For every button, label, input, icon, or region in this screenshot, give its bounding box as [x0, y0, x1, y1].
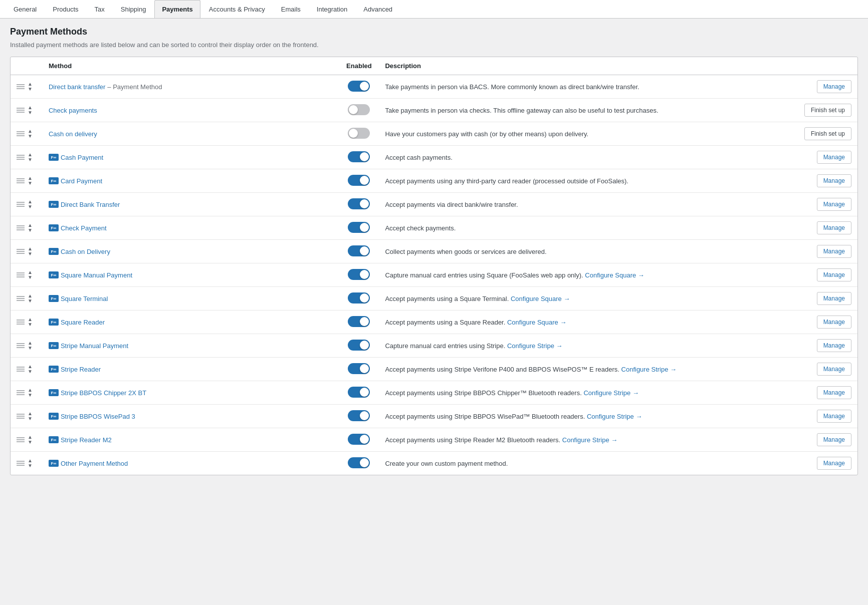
- configure-link[interactable]: Configure Stripe →: [562, 436, 618, 444]
- method-name-link[interactable]: Other Payment Method: [61, 460, 128, 467]
- manage-button[interactable]: Manage: [817, 386, 851, 399]
- toggle-switch[interactable]: [348, 81, 370, 92]
- tab-accounts-privacy[interactable]: Accounts & Privacy: [201, 0, 273, 18]
- toggle-switch[interactable]: [348, 269, 370, 280]
- drag-handle[interactable]: [17, 296, 25, 301]
- tab-emails[interactable]: Emails: [274, 0, 308, 18]
- toggle-switch[interactable]: [348, 316, 370, 327]
- sort-down-button[interactable]: ▼: [28, 463, 33, 468]
- tab-payments[interactable]: Payments: [154, 0, 200, 18]
- sort-down-button[interactable]: ▼: [28, 416, 33, 421]
- toggle-switch[interactable]: [348, 410, 370, 421]
- configure-link[interactable]: Configure Stripe →: [507, 342, 563, 350]
- configure-link[interactable]: Configure Square →: [507, 319, 567, 326]
- tab-products[interactable]: Products: [45, 0, 86, 18]
- drag-handle[interactable]: [17, 108, 25, 113]
- sort-down-button[interactable]: ▼: [28, 440, 33, 445]
- toggle-switch[interactable]: [348, 175, 370, 186]
- configure-link[interactable]: Configure Stripe →: [587, 413, 642, 420]
- manage-button[interactable]: Manage: [817, 316, 851, 329]
- manage-button[interactable]: Manage: [817, 245, 851, 258]
- toggle-switch[interactable]: [348, 104, 370, 115]
- sort-down-button[interactable]: ▼: [28, 251, 33, 256]
- drag-handle[interactable]: [17, 131, 25, 136]
- toggle-switch[interactable]: [348, 198, 370, 209]
- configure-link[interactable]: Configure Square →: [511, 295, 570, 302]
- method-name-link[interactable]: Stripe BBPOS WisePad 3: [61, 413, 135, 420]
- drag-handle[interactable]: [17, 84, 25, 89]
- finish-setup-button[interactable]: Finish set up: [804, 127, 851, 140]
- drag-handle[interactable]: [17, 367, 25, 372]
- manage-button[interactable]: Manage: [817, 80, 851, 93]
- toggle-switch[interactable]: [348, 128, 370, 139]
- method-name-link[interactable]: Check Payment: [61, 224, 107, 232]
- drag-handle[interactable]: [17, 343, 25, 348]
- tab-advanced[interactable]: Advanced: [356, 0, 400, 18]
- toggle-switch[interactable]: [348, 292, 370, 304]
- method-name-link[interactable]: Cash Payment: [61, 154, 103, 161]
- sort-down-button[interactable]: ▼: [28, 228, 33, 233]
- method-name-link[interactable]: Direct Bank Transfer: [61, 201, 120, 208]
- manage-button[interactable]: Manage: [817, 198, 851, 211]
- sort-down-button[interactable]: ▼: [28, 204, 33, 209]
- sort-down-button[interactable]: ▼: [28, 110, 33, 115]
- sort-down-button[interactable]: ▼: [28, 87, 33, 92]
- manage-button[interactable]: Manage: [817, 151, 851, 164]
- drag-handle[interactable]: [17, 320, 25, 325]
- drag-handle[interactable]: [17, 178, 25, 183]
- method-name-link[interactable]: Stripe Reader M2: [61, 436, 112, 444]
- toggle-switch[interactable]: [348, 363, 370, 374]
- drag-handle[interactable]: [17, 225, 25, 230]
- tab-general[interactable]: General: [6, 0, 44, 18]
- method-name-link[interactable]: Square Manual Payment: [61, 271, 132, 279]
- toggle-switch[interactable]: [348, 222, 370, 233]
- toggle-switch[interactable]: [348, 457, 370, 468]
- tab-integration[interactable]: Integration: [309, 0, 355, 18]
- toggle-switch[interactable]: [348, 387, 370, 398]
- manage-button[interactable]: Manage: [817, 221, 851, 234]
- manage-button[interactable]: Manage: [817, 433, 851, 446]
- toggle-switch[interactable]: [348, 151, 370, 162]
- method-name-link[interactable]: Stripe Reader: [61, 366, 101, 373]
- method-name-link[interactable]: Check payments: [49, 107, 97, 114]
- toggle-switch[interactable]: [348, 245, 370, 256]
- drag-handle[interactable]: [17, 414, 25, 419]
- finish-setup-button[interactable]: Finish set up: [804, 104, 851, 117]
- toggle-switch[interactable]: [348, 340, 370, 351]
- drag-handle[interactable]: [17, 272, 25, 277]
- toggle-switch[interactable]: [348, 434, 370, 445]
- method-name-link[interactable]: Square Terminal: [61, 295, 108, 302]
- drag-handle[interactable]: [17, 437, 25, 442]
- method-name-link[interactable]: Stripe BBPOS Chipper 2X BT: [61, 389, 146, 397]
- method-name-link[interactable]: Square Reader: [61, 319, 105, 326]
- sort-down-button[interactable]: ▼: [28, 346, 33, 351]
- manage-button[interactable]: Manage: [817, 268, 851, 281]
- tab-tax[interactable]: Tax: [87, 0, 112, 18]
- method-name-link[interactable]: Card Payment: [61, 177, 102, 185]
- sort-down-button[interactable]: ▼: [28, 298, 33, 304]
- drag-handle[interactable]: [17, 390, 25, 395]
- method-name-link[interactable]: Cash on delivery: [49, 130, 97, 138]
- manage-button[interactable]: Manage: [817, 339, 851, 352]
- sort-down-button[interactable]: ▼: [28, 134, 33, 139]
- manage-button[interactable]: Manage: [817, 410, 851, 423]
- sort-down-button[interactable]: ▼: [28, 181, 33, 186]
- sort-down-button[interactable]: ▼: [28, 393, 33, 398]
- manage-button[interactable]: Manage: [817, 457, 851, 470]
- sort-down-button[interactable]: ▼: [28, 157, 33, 162]
- manage-button[interactable]: Manage: [817, 363, 851, 376]
- sort-down-button[interactable]: ▼: [28, 322, 33, 327]
- drag-handle[interactable]: [17, 461, 25, 466]
- configure-link[interactable]: Configure Stripe →: [583, 389, 639, 397]
- drag-handle[interactable]: [17, 155, 25, 160]
- drag-handle[interactable]: [17, 249, 25, 254]
- manage-button[interactable]: Manage: [817, 174, 851, 187]
- sort-down-button[interactable]: ▼: [28, 369, 33, 374]
- configure-link[interactable]: Configure Square →: [585, 271, 644, 279]
- method-name-link[interactable]: Cash on Delivery: [61, 248, 110, 255]
- drag-handle[interactable]: [17, 202, 25, 207]
- configure-link[interactable]: Configure Stripe →: [621, 366, 677, 373]
- tab-shipping[interactable]: Shipping: [113, 0, 154, 18]
- method-name-link[interactable]: Direct bank transfer: [49, 83, 105, 91]
- manage-button[interactable]: Manage: [817, 292, 851, 305]
